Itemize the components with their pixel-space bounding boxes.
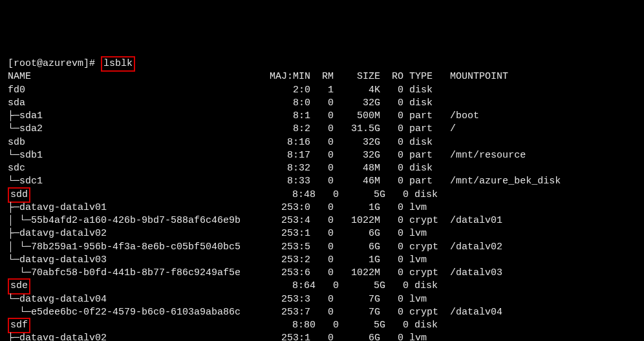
lsblk-row: └─70abfc58-b0fd-441b-8b77-f86c9249af5e 2…	[8, 267, 636, 280]
lsblk-row: ├─sda1 8:1 0 500M 0 part /boot	[8, 110, 636, 123]
highlighted-device: sde	[8, 278, 30, 294]
lsblk-row: └─sdc1 8:33 0 46M 0 part /mnt/azure_bek_…	[8, 175, 636, 188]
lsblk-row: │ └─78b259a1-956b-4f3a-8e6b-c05bf5040bc5…	[8, 241, 636, 254]
lsblk-row: ├─datavg-datalv01 253:0 0 1G 0 lvm	[8, 202, 636, 214]
lsblk-command: lsblk	[101, 56, 135, 72]
terminal-output: [root@azurevm]# lsblkNAME MAJ:MIN RM SIZ…	[8, 57, 636, 341]
lsblk-row: sdb 8:16 0 32G 0 disk	[8, 136, 636, 149]
lsblk-row: ├─datavg-datalv02 253:1 0 6G 0 lvm	[8, 332, 636, 341]
lsblk-row: sdd 8:48 0 5G 0 disk	[8, 189, 636, 202]
lsblk-row: ├─datavg-datalv02 253:1 0 6G 0 lvm	[8, 227, 636, 240]
lsblk-row: fd0 2:0 1 4K 0 disk	[8, 84, 636, 97]
lsblk-row: sde 8:64 0 5G 0 disk	[8, 280, 636, 293]
prompt-line[interactable]: [root@azurevm]# lsblk	[8, 57, 636, 70]
highlighted-device: sdf	[8, 318, 30, 333]
lsblk-row: sdc 8:32 0 48M 0 disk	[8, 162, 636, 175]
lsblk-row: │ └─55b4afd2-a160-426b-9bd7-588af6c46e9b…	[8, 214, 636, 227]
lsblk-row: sda 8:0 0 32G 0 disk	[8, 97, 636, 110]
highlighted-device: sdd	[8, 187, 30, 203]
lsblk-row: sdf 8:80 0 5G 0 disk	[8, 319, 636, 332]
lsblk-row: └─datavg-datalv03 253:2 0 1G 0 lvm	[8, 254, 636, 267]
lsblk-row: └─sdb1 8:17 0 32G 0 part /mnt/resource	[8, 149, 636, 162]
lsblk-row: └─sda2 8:2 0 31.5G 0 part /	[8, 123, 636, 136]
lsblk-row: └─datavg-datalv04 253:3 0 7G 0 lvm	[8, 293, 636, 306]
lsblk-row: └─e5dee6bc-0f22-4579-b6c0-6103a9aba86c 2…	[8, 306, 636, 319]
lsblk-header: NAME MAJ:MIN RM SIZE RO TYPE MOUNTPOINT	[8, 70, 636, 83]
